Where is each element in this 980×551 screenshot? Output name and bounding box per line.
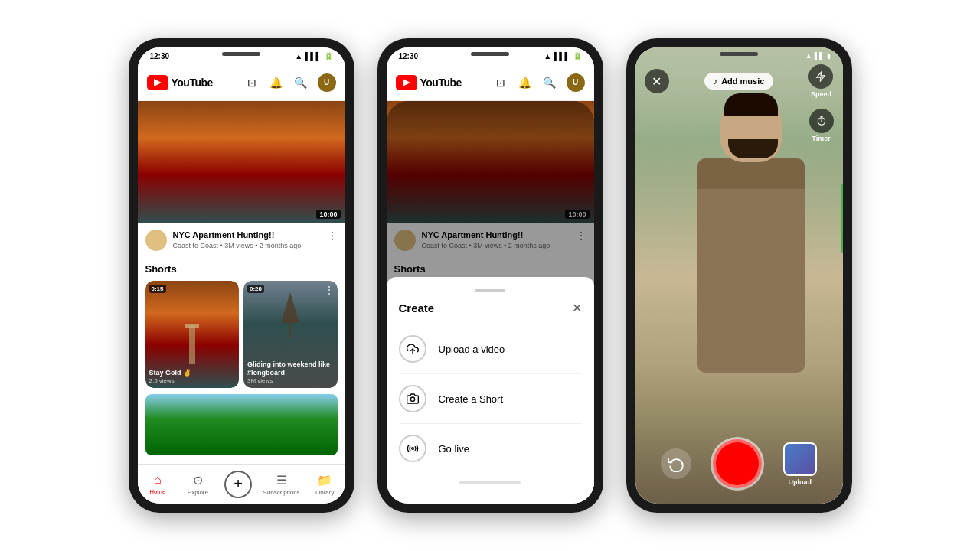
- phone-speaker-2: [471, 52, 509, 56]
- camera-status-bar: ▲ ▌▌ ▮: [635, 47, 843, 64]
- bell-icon-2[interactable]: 🔔: [518, 75, 533, 90]
- nav-subscriptions-1[interactable]: ☰ Subscriptions: [263, 473, 300, 496]
- short-card-1[interactable]: 0:15 Stay Gold ✌ 2.5 views: [145, 281, 240, 388]
- camera-status-icons: ▲ ▌▌ ▮: [805, 52, 831, 60]
- yt-logo-1[interactable]: YouTube: [147, 75, 213, 90]
- create-short-item[interactable]: Create a Short: [387, 374, 594, 423]
- upload-video-label: Upload a video: [439, 344, 505, 355]
- speed-label: Speed: [811, 90, 831, 98]
- cast-icon-1[interactable]: ⊡: [244, 75, 260, 90]
- add-music-button[interactable]: ♪ Add music: [704, 73, 774, 90]
- video-channel-1: Coast to Coast • 3M views • 2 months ago: [173, 242, 321, 249]
- upload-thumbnail: [783, 442, 817, 476]
- library-icon-1: 📁: [317, 473, 332, 487]
- camera-top-bar: ✕ ♪ Add music Speed: [635, 64, 843, 98]
- shorts-grid-1: 0:15 Stay Gold ✌ 2.5 views: [145, 281, 338, 388]
- person-head: [720, 93, 782, 162]
- signal-icon-1: ▌▌▌: [305, 52, 321, 60]
- phone-screen-3: ▲ ▌▌ ▮ ✕ ♪ Add music: [635, 47, 843, 504]
- status-bar-2: 12:30 ▲ ▌▌▌ 🔋: [387, 47, 594, 64]
- phone-2: 12:30 ▲ ▌▌▌ 🔋 YouTube ⊡ 🔔 🔍 U 10:00: [377, 38, 603, 513]
- go-live-item[interactable]: Go live: [387, 424, 594, 473]
- search-icon-2[interactable]: 🔍: [542, 75, 557, 90]
- video-thumbnail-1[interactable]: 10:00: [138, 101, 345, 223]
- phone-screen-1: 12:30 ▲ ▌▌▌ 🔋 YouTube ⊡ 🔔 🔍 U: [138, 47, 345, 504]
- nav-subs-label-1: Subscriptions: [263, 489, 300, 496]
- content-area-2: 10:00 NYC Apartment Hunting!! Coast to C…: [387, 101, 594, 504]
- nav-create-1[interactable]: +: [223, 471, 253, 498]
- timer-control[interactable]: Timer: [809, 109, 834, 142]
- yt-header-1: YouTube ⊡ 🔔 🔍 U: [138, 64, 345, 101]
- yt-logo-2[interactable]: YouTube: [396, 75, 462, 90]
- upload-video-item[interactable]: Upload a video: [387, 324, 594, 373]
- nav-library-1[interactable]: 📁 Library: [309, 473, 340, 496]
- upload-button[interactable]: Upload: [783, 442, 817, 486]
- create-modal: Create ✕ Upload a video: [387, 277, 594, 504]
- short-duration-1: 0:15: [149, 285, 166, 293]
- camera-bottom-bar: Upload: [635, 439, 843, 488]
- camera-close-button[interactable]: ✕: [645, 69, 669, 93]
- cam-wifi-icon: ▲: [805, 52, 812, 60]
- bell-icon-1[interactable]: 🔔: [269, 75, 284, 90]
- cast-icon-2[interactable]: ⊡: [493, 75, 508, 90]
- channel-avatar-1: [145, 230, 167, 251]
- camera-right-controls: Timer: [809, 109, 834, 142]
- status-time-1: 12:30: [150, 52, 170, 60]
- short-label-2: Gliding into weekend like #longboard 3M …: [247, 360, 334, 384]
- nav-library-label-1: Library: [315, 489, 334, 496]
- status-bar-1: 12:30 ▲ ▌▌▌ 🔋: [138, 47, 345, 64]
- short-views-2: 3M views: [247, 377, 334, 384]
- camera-icon: [399, 385, 426, 412]
- short-label-1: Stay Gold ✌ 2.5 views: [149, 369, 236, 384]
- short-duration-2: 0:28: [247, 285, 264, 293]
- short-title-2: Gliding into weekend like #longboard: [247, 360, 334, 377]
- nav-home-1[interactable]: ⌂ Home: [142, 473, 173, 495]
- cam-signal-icon: ▌▌: [815, 52, 825, 60]
- live-icon: [399, 435, 426, 462]
- person-collar: [697, 158, 805, 189]
- phone-screen-2: 12:30 ▲ ▌▌▌ 🔋 YouTube ⊡ 🔔 🔍 U 10:00: [387, 47, 594, 504]
- modal-close-button[interactable]: ✕: [572, 301, 582, 315]
- search-icon-1[interactable]: 🔍: [293, 75, 309, 90]
- phone-3: ▲ ▌▌ ▮ ✕ ♪ Add music: [626, 38, 852, 513]
- bottom-nav-1: ⌂ Home ⊙ Explore + ☰ Subscriptions 📁 Lib…: [138, 464, 345, 504]
- cam-battery-icon: ▮: [827, 52, 831, 60]
- yt-logo-text-1: YouTube: [172, 77, 213, 89]
- status-time-2: 12:30: [399, 52, 419, 60]
- video-duration-1: 10:00: [316, 210, 340, 219]
- phone-speaker-1: [222, 52, 260, 56]
- svg-point-1: [410, 397, 414, 401]
- wifi-icon-1: ▲: [295, 52, 302, 60]
- short-thumb-2: 0:28 ⋮ Gliding into weekend like #longbo…: [243, 281, 338, 388]
- video-info-1: NYC Apartment Hunting!! Coast to Coast •…: [138, 223, 345, 257]
- camera-background: ▲ ▌▌ ▮ ✕ ♪ Add music: [635, 47, 843, 504]
- short-card-2[interactable]: 0:28 ⋮ Gliding into weekend like #longbo…: [243, 281, 338, 388]
- video-title-1: NYC Apartment Hunting!!: [173, 230, 321, 240]
- create-plus-icon-1: +: [224, 471, 252, 498]
- speed-control[interactable]: Speed: [808, 64, 833, 98]
- yt-header-2: YouTube ⊡ 🔔 🔍 U: [387, 64, 594, 101]
- record-button[interactable]: [713, 439, 762, 488]
- phone-1: 12:30 ▲ ▌▌▌ 🔋 YouTube ⊡ 🔔 🔍 U: [129, 38, 354, 513]
- status-icons-2: ▲ ▌▌▌ 🔋: [544, 52, 581, 60]
- flip-camera-button[interactable]: [661, 448, 691, 479]
- video-more-1[interactable]: ⋮: [327, 230, 338, 242]
- avatar-1[interactable]: U: [318, 73, 336, 92]
- nav-explore-1[interactable]: ⊙ Explore: [182, 473, 213, 496]
- person-shape: [690, 93, 812, 415]
- status-icons-1: ▲ ▌▌▌ 🔋: [295, 52, 332, 60]
- shorts-title-1: Shorts: [145, 263, 338, 275]
- battery-icon-2: 🔋: [573, 52, 582, 60]
- battery-icon-1: 🔋: [324, 52, 333, 60]
- home-icon-1: ⌂: [154, 473, 162, 487]
- person-beard: [728, 139, 778, 158]
- signal-icon-2: ▌▌▌: [554, 52, 570, 60]
- video-meta-1: NYC Apartment Hunting!! Coast to Coast •…: [173, 230, 321, 249]
- short-more-2[interactable]: ⋮: [325, 285, 334, 295]
- nav-explore-label-1: Explore: [188, 489, 208, 496]
- timer-icon: [809, 109, 834, 133]
- subscriptions-icon-1: ☰: [276, 473, 287, 487]
- go-live-label: Go live: [439, 443, 469, 455]
- bottom-thumb-1[interactable]: [145, 394, 338, 455]
- avatar-2[interactable]: U: [567, 73, 585, 92]
